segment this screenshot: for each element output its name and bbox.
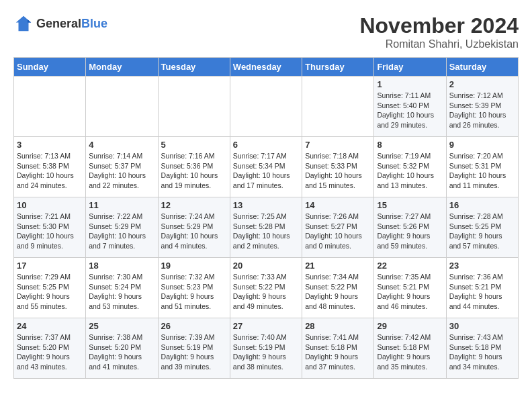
logo-text-blue: Blue — [81, 17, 107, 30]
day-number: 8 — [377, 140, 443, 150]
calendar-cell: 14Sunrise: 7:26 AM Sunset: 5:27 PM Dayli… — [302, 197, 374, 258]
svg-marker-0 — [16, 16, 32, 32]
calendar-cell: 1Sunrise: 7:11 AM Sunset: 5:40 PM Daylig… — [374, 77, 446, 137]
calendar-week-row: 1Sunrise: 7:11 AM Sunset: 5:40 PM Daylig… — [14, 77, 519, 137]
calendar-cell: 9Sunrise: 7:20 AM Sunset: 5:31 PM Daylig… — [446, 137, 518, 197]
calendar-cell — [302, 77, 374, 137]
calendar-cell: 12Sunrise: 7:24 AM Sunset: 5:29 PM Dayli… — [158, 197, 230, 258]
day-info: Sunrise: 7:41 AM Sunset: 5:18 PM Dayligh… — [305, 332, 371, 372]
day-info: Sunrise: 7:22 AM Sunset: 5:29 PM Dayligh… — [89, 212, 154, 251]
weekday-header-cell: Wednesday — [230, 58, 302, 77]
day-number: 6 — [233, 140, 299, 150]
month-year: November 2024 — [359, 13, 519, 38]
calendar-cell: 15Sunrise: 7:27 AM Sunset: 5:26 PM Dayli… — [374, 197, 446, 258]
day-info: Sunrise: 7:35 AM Sunset: 5:21 PM Dayligh… — [377, 272, 443, 312]
day-number: 20 — [233, 261, 299, 271]
calendar-cell: 13Sunrise: 7:25 AM Sunset: 5:28 PM Dayli… — [230, 197, 302, 258]
day-number: 30 — [449, 321, 515, 331]
day-info: Sunrise: 7:38 AM Sunset: 5:20 PM Dayligh… — [89, 332, 154, 372]
calendar-cell: 21Sunrise: 7:34 AM Sunset: 5:22 PM Dayli… — [302, 258, 374, 318]
day-info: Sunrise: 7:40 AM Sunset: 5:19 PM Dayligh… — [233, 332, 299, 372]
day-info: Sunrise: 7:20 AM Sunset: 5:31 PM Dayligh… — [449, 151, 515, 191]
calendar-cell: 8Sunrise: 7:19 AM Sunset: 5:32 PM Daylig… — [374, 137, 446, 197]
calendar-cell: 23Sunrise: 7:36 AM Sunset: 5:21 PM Dayli… — [446, 258, 518, 318]
day-number: 13 — [233, 200, 299, 210]
calendar-cell — [14, 77, 86, 137]
day-info: Sunrise: 7:42 AM Sunset: 5:18 PM Dayligh… — [377, 332, 443, 372]
calendar-cell: 17Sunrise: 7:29 AM Sunset: 5:25 PM Dayli… — [14, 258, 86, 318]
day-number: 1 — [377, 79, 443, 89]
calendar-cell: 25Sunrise: 7:38 AM Sunset: 5:20 PM Dayli… — [86, 318, 158, 379]
day-info: Sunrise: 7:33 AM Sunset: 5:22 PM Dayligh… — [233, 272, 299, 312]
day-info: Sunrise: 7:25 AM Sunset: 5:28 PM Dayligh… — [233, 212, 299, 251]
calendar-cell: 4Sunrise: 7:14 AM Sunset: 5:37 PM Daylig… — [86, 137, 158, 197]
day-number: 9 — [449, 140, 515, 150]
calendar-cell: 26Sunrise: 7:39 AM Sunset: 5:19 PM Dayli… — [158, 318, 230, 379]
calendar-cell — [86, 77, 158, 137]
day-info: Sunrise: 7:26 AM Sunset: 5:27 PM Dayligh… — [305, 212, 371, 251]
day-number: 22 — [377, 261, 443, 271]
day-number: 16 — [449, 200, 515, 210]
logo: GeneralBlue — [13, 13, 107, 34]
calendar-cell: 7Sunrise: 7:18 AM Sunset: 5:33 PM Daylig… — [302, 137, 374, 197]
calendar-cell: 6Sunrise: 7:17 AM Sunset: 5:34 PM Daylig… — [230, 137, 302, 197]
calendar-cell — [230, 77, 302, 137]
day-number: 4 — [89, 140, 154, 150]
calendar-cell: 30Sunrise: 7:43 AM Sunset: 5:18 PM Dayli… — [446, 318, 518, 379]
calendar-cell: 19Sunrise: 7:32 AM Sunset: 5:23 PM Dayli… — [158, 258, 230, 318]
calendar-cell: 20Sunrise: 7:33 AM Sunset: 5:22 PM Dayli… — [230, 258, 302, 318]
day-info: Sunrise: 7:43 AM Sunset: 5:18 PM Dayligh… — [449, 332, 515, 372]
day-info: Sunrise: 7:24 AM Sunset: 5:29 PM Dayligh… — [161, 212, 227, 251]
weekday-header-row: SundayMondayTuesdayWednesdayThursdayFrid… — [14, 58, 519, 77]
location: Romitan Shahri, Uzbekistan — [359, 38, 519, 50]
day-info: Sunrise: 7:29 AM Sunset: 5:25 PM Dayligh… — [17, 272, 83, 312]
weekday-header-cell: Friday — [374, 58, 446, 77]
day-number: 24 — [17, 321, 83, 331]
calendar-body: 1Sunrise: 7:11 AM Sunset: 5:40 PM Daylig… — [14, 77, 519, 379]
calendar-week-row: 24Sunrise: 7:37 AM Sunset: 5:20 PM Dayli… — [14, 318, 519, 379]
day-info: Sunrise: 7:18 AM Sunset: 5:33 PM Dayligh… — [305, 151, 371, 191]
calendar-week-row: 17Sunrise: 7:29 AM Sunset: 5:25 PM Dayli… — [14, 258, 519, 318]
day-info: Sunrise: 7:11 AM Sunset: 5:40 PM Dayligh… — [377, 91, 443, 130]
calendar-cell: 5Sunrise: 7:16 AM Sunset: 5:36 PM Daylig… — [158, 137, 230, 197]
calendar-cell: 2Sunrise: 7:12 AM Sunset: 5:39 PM Daylig… — [446, 77, 518, 137]
day-info: Sunrise: 7:30 AM Sunset: 5:24 PM Dayligh… — [89, 272, 154, 312]
day-number: 17 — [17, 261, 83, 271]
day-number: 14 — [305, 200, 371, 210]
page-header: GeneralBlue November 2024 Romitan Shahri… — [13, 13, 519, 50]
day-number: 10 — [17, 200, 83, 210]
day-number: 12 — [161, 200, 227, 210]
calendar-cell: 11Sunrise: 7:22 AM Sunset: 5:29 PM Dayli… — [86, 197, 158, 258]
day-number: 3 — [17, 140, 83, 150]
day-number: 27 — [233, 321, 299, 331]
day-number: 19 — [161, 261, 227, 271]
day-number: 18 — [89, 261, 154, 271]
calendar-cell: 10Sunrise: 7:21 AM Sunset: 5:30 PM Dayli… — [14, 197, 86, 258]
calendar-table: SundayMondayTuesdayWednesdayThursdayFrid… — [13, 57, 519, 379]
logo-icon — [13, 13, 34, 34]
calendar-cell: 28Sunrise: 7:41 AM Sunset: 5:18 PM Dayli… — [302, 318, 374, 379]
day-number: 11 — [89, 200, 154, 210]
day-info: Sunrise: 7:34 AM Sunset: 5:22 PM Dayligh… — [305, 272, 371, 312]
weekday-header-cell: Tuesday — [158, 58, 230, 77]
weekday-header-cell: Monday — [86, 58, 158, 77]
day-number: 2 — [449, 79, 515, 89]
day-info: Sunrise: 7:16 AM Sunset: 5:36 PM Dayligh… — [161, 151, 227, 191]
day-info: Sunrise: 7:28 AM Sunset: 5:25 PM Dayligh… — [449, 212, 515, 251]
calendar-cell: 22Sunrise: 7:35 AM Sunset: 5:21 PM Dayli… — [374, 258, 446, 318]
weekday-header-cell: Saturday — [446, 58, 518, 77]
day-info: Sunrise: 7:37 AM Sunset: 5:20 PM Dayligh… — [17, 332, 83, 372]
day-info: Sunrise: 7:17 AM Sunset: 5:34 PM Dayligh… — [233, 151, 299, 191]
day-number: 23 — [449, 261, 515, 271]
day-info: Sunrise: 7:27 AM Sunset: 5:26 PM Dayligh… — [377, 212, 443, 251]
calendar-week-row: 3Sunrise: 7:13 AM Sunset: 5:38 PM Daylig… — [14, 137, 519, 197]
weekday-header-cell: Sunday — [14, 58, 86, 77]
calendar-cell — [158, 77, 230, 137]
day-number: 21 — [305, 261, 371, 271]
day-number: 26 — [161, 321, 227, 331]
day-info: Sunrise: 7:32 AM Sunset: 5:23 PM Dayligh… — [161, 272, 227, 312]
weekday-header-cell: Thursday — [302, 58, 374, 77]
day-number: 5 — [161, 140, 227, 150]
title-block: November 2024 Romitan Shahri, Uzbekistan — [359, 13, 519, 50]
calendar-cell: 24Sunrise: 7:37 AM Sunset: 5:20 PM Dayli… — [14, 318, 86, 379]
